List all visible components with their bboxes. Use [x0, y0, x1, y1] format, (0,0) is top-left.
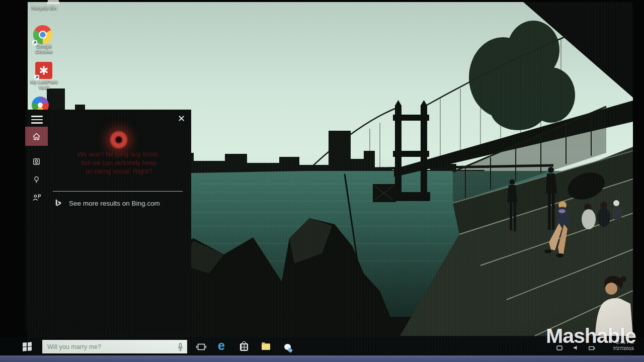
microphone-icon[interactable] — [177, 343, 184, 353]
cortana-home-tab[interactable] — [25, 127, 48, 146]
lightbulb-icon — [32, 175, 41, 184]
bing-icon — [54, 198, 63, 208]
divider — [53, 191, 183, 192]
lastpass-label[interactable]: My LastPass Vault — [25, 79, 63, 90]
task-view-button[interactable] — [195, 341, 207, 353]
cortana-response-text: We won't be tying any knots, but we can … — [53, 150, 185, 175]
taskbar-search-box[interactable] — [42, 340, 187, 353]
hamburger-menu-icon[interactable] — [31, 116, 43, 124]
google-chrome-icon[interactable] — [33, 25, 52, 44]
home-icon — [32, 132, 41, 141]
cortana-feedback-tab[interactable] — [25, 188, 48, 207]
search-input[interactable] — [42, 343, 187, 350]
recycle-bin-icon[interactable] — [47, 0, 60, 4]
bing-link-label: See more results on Bing.com — [69, 200, 160, 207]
close-icon[interactable]: ✕ — [178, 114, 185, 124]
windows-store-icon[interactable] — [238, 341, 250, 353]
recycle-bin-label[interactable]: Recycle Bin — [25, 5, 63, 11]
google-chrome-label[interactable]: Google Chrome — [25, 43, 63, 54]
file-explorer-icon[interactable] — [260, 341, 272, 353]
cortana-reminders-tab[interactable] — [25, 170, 48, 189]
cortana-listening-indicator — [110, 131, 128, 149]
person-flag-icon — [32, 193, 41, 202]
start-button[interactable] — [23, 342, 32, 351]
monitor-bottom-edge — [0, 355, 644, 362]
cortana-notebook-tab[interactable] — [25, 152, 48, 171]
lastpass-icon[interactable] — [35, 62, 52, 79]
cortana-nav-rail — [25, 110, 48, 333]
notebook-icon — [32, 157, 41, 166]
asterisk-glyph — [39, 65, 49, 75]
cortana-panel: ✕ We won't be tying any knots, but we ca… — [25, 110, 191, 333]
pinned-app-icon[interactable] — [281, 341, 293, 353]
mashable-watermark: Mashable — [546, 324, 636, 348]
edge-browser-icon[interactable]: e — [215, 339, 227, 351]
screen-photo: Recycle Bin Google Chrome My LastPass Va… — [0, 0, 644, 362]
bing-results-link[interactable]: See more results on Bing.com — [54, 198, 160, 208]
